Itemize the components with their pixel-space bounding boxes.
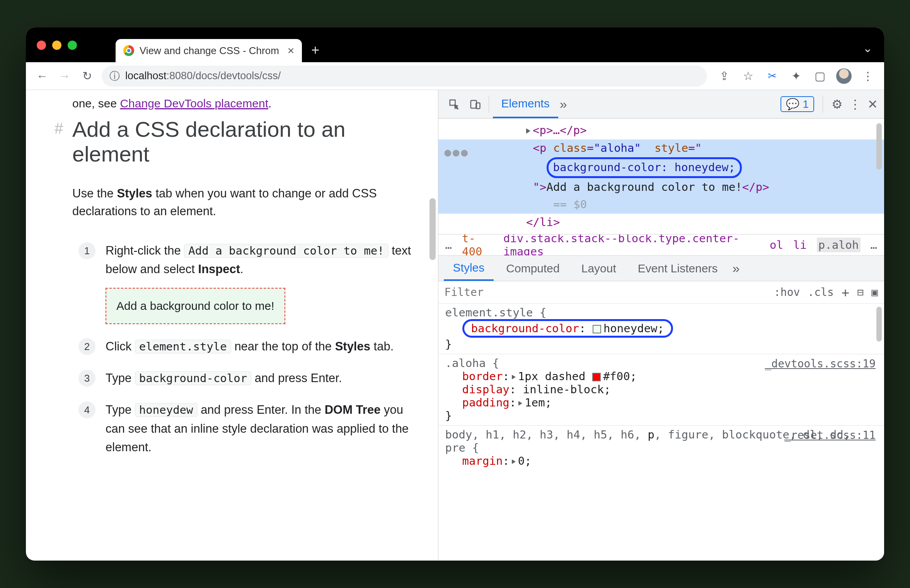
subtab-layout[interactable]: Layout — [572, 256, 625, 281]
node-text: Add a background color to me! — [547, 180, 742, 194]
close-window-button[interactable] — [37, 41, 46, 50]
dom-breadcrumb[interactable]: … t-400 div.stack.stack--block.type.cent… — [438, 234, 884, 256]
breadcrumb-current[interactable]: p.aloh — [817, 238, 861, 252]
chrome-menu-button[interactable]: ⋮ — [860, 68, 876, 84]
tab-close-button[interactable]: × — [288, 44, 295, 57]
new-rule-button[interactable]: + — [842, 285, 849, 300]
expand-shorthand-icon[interactable] — [512, 459, 516, 464]
devtools-menu-button[interactable]: ⋮ — [849, 97, 861, 112]
tag-open: <p — [533, 141, 553, 155]
rule-reset[interactable]: _reset.scss:11 body, h1, h2, h3, h4, h5,… — [438, 426, 884, 471]
change-placement-link[interactable]: Change DevTools placement — [120, 97, 268, 110]
profile-avatar[interactable] — [836, 68, 852, 84]
text: Type — [106, 371, 135, 385]
forward-button[interactable]: → — [57, 68, 72, 84]
settings-gear-icon[interactable]: ⚙ — [832, 97, 843, 112]
brace-close: } — [445, 409, 877, 422]
toolbar: ← → ↻ ⓘ localhost:8080/docs/devtools/css… — [26, 62, 884, 90]
breadcrumb-item[interactable]: div.stack.stack--block.type.center-image… — [503, 234, 760, 256]
devtools-panel: Elements » 💬 1 ⚙ ⋮ ✕ ●●● <p — [438, 90, 884, 561]
attr-name: style — [654, 141, 688, 155]
address-bar[interactable]: ⓘ localhost:8080/docs/devtools/css/ — [102, 66, 707, 87]
browser-tab[interactable]: View and change CSS - Chrom × — [116, 39, 302, 62]
expand-shorthand-icon[interactable] — [518, 401, 522, 406]
device-styles-icon[interactable]: ⊟ — [857, 286, 864, 299]
bookmark-button[interactable]: ☆ — [740, 68, 756, 84]
value[interactable]: honeydew; — [603, 322, 664, 335]
property[interactable]: display — [462, 383, 510, 396]
highlight-ring: background-color: honeydew; — [547, 157, 742, 178]
subtab-more-button[interactable]: » — [733, 261, 740, 276]
minimize-window-button[interactable] — [52, 41, 61, 50]
brace-close: } — [445, 338, 877, 351]
demo-target[interactable]: Add a background color to me! — [106, 288, 285, 325]
scissors-icon[interactable]: ✂ — [764, 68, 780, 84]
breadcrumb-overflow-left[interactable]: … — [445, 238, 452, 252]
indent — [445, 198, 527, 211]
expand-marker-icon[interactable] — [526, 128, 530, 134]
page-scrollbar[interactable] — [429, 198, 436, 260]
cls-toggle[interactable]: .cls — [808, 286, 833, 299]
maximize-window-button[interactable] — [68, 41, 77, 50]
value[interactable]: inline-block; — [523, 383, 611, 396]
rule-aloha[interactable]: _devtools.scss:19 .aloha { border:1px da… — [438, 354, 884, 426]
source-link[interactable]: _reset.scss:11 — [784, 429, 876, 442]
property[interactable]: margin — [462, 454, 503, 467]
color-swatch-icon[interactable] — [593, 325, 601, 333]
issues-badge[interactable]: 💬 1 — [780, 96, 814, 112]
doc-page: one, see Change DevTools placement. Add … — [26, 90, 438, 561]
color-swatch-icon[interactable] — [592, 373, 601, 381]
property[interactable]: border — [462, 370, 503, 383]
separator-icon — [823, 96, 823, 113]
attr-name: class — [553, 141, 587, 155]
inline-code: honeydew — [135, 403, 198, 417]
subtab-styles[interactable]: Styles — [444, 256, 494, 281]
dom-node[interactable]: <p>…</p> — [533, 124, 587, 137]
steps-list: Right-click the Add a background color t… — [72, 241, 415, 457]
url-host: localhost — [125, 70, 167, 82]
devtools-toolbar: Elements » 💬 1 ⚙ ⋮ ✕ — [438, 90, 884, 119]
value[interactable]: 1em; — [525, 396, 552, 409]
chrome-logo-icon — [123, 45, 134, 56]
share-button[interactable]: ⇪ — [716, 68, 732, 84]
back-button[interactable]: ← — [34, 68, 50, 84]
device-toggle-icon[interactable] — [465, 95, 485, 114]
hov-toggle[interactable]: :hov — [774, 286, 800, 299]
tabs-overflow-button[interactable]: ⌄ — [863, 41, 873, 55]
extensions-button[interactable]: ✦ — [788, 68, 804, 84]
subtab-event-listeners[interactable]: Event Listeners — [629, 256, 727, 281]
text: Right-click the — [106, 244, 184, 257]
selected-dom-node[interactable]: <p class="aloha" style=" — [438, 139, 884, 157]
subtab-computed[interactable]: Computed — [497, 256, 569, 281]
styles-filter-input[interactable] — [445, 286, 766, 299]
text: . — [240, 262, 244, 276]
value[interactable]: #f00; — [603, 370, 637, 383]
styles-rules: element.style { background-color: honeyd… — [438, 304, 884, 471]
close-devtools-button[interactable]: ✕ — [867, 97, 878, 112]
source-link[interactable]: _devtools.scss:19 — [765, 357, 876, 370]
style-decl[interactable]: background-color: honeydew; — [553, 161, 735, 174]
new-tab-button[interactable]: + — [311, 42, 319, 58]
bold-text: Inspect — [198, 262, 240, 276]
more-tabs-button[interactable]: » — [560, 97, 567, 112]
expand-shorthand-icon[interactable] — [512, 375, 516, 379]
dom-scrollbar[interactable] — [876, 123, 882, 170]
breadcrumb-overflow-right[interactable]: … — [871, 238, 877, 252]
rule-element-style[interactable]: element.style { background-color: honeyd… — [438, 304, 884, 354]
computed-toggle-icon[interactable]: ▣ — [871, 286, 878, 299]
dom-tree[interactable]: ●●● <p>…</p> <p class="aloha" style=" ba… — [438, 119, 884, 234]
text: near the top of the — [231, 340, 335, 353]
value[interactable]: 1px dashed — [518, 370, 592, 383]
site-info-icon[interactable]: ⓘ — [109, 69, 120, 83]
breadcrumb-item[interactable]: li — [793, 238, 807, 252]
side-panel-button[interactable]: ▢ — [812, 68, 828, 84]
value[interactable]: 0; — [518, 454, 532, 467]
inspect-element-icon[interactable] — [445, 95, 464, 114]
breadcrumb-item[interactable]: ol — [770, 238, 783, 252]
property[interactable]: background-color — [471, 322, 579, 335]
tab-elements[interactable]: Elements — [493, 90, 558, 118]
bold-text: Styles — [335, 340, 370, 353]
breadcrumb-item[interactable]: t-400 — [462, 234, 493, 256]
property[interactable]: padding — [462, 396, 510, 409]
reload-button[interactable]: ↻ — [79, 68, 95, 84]
